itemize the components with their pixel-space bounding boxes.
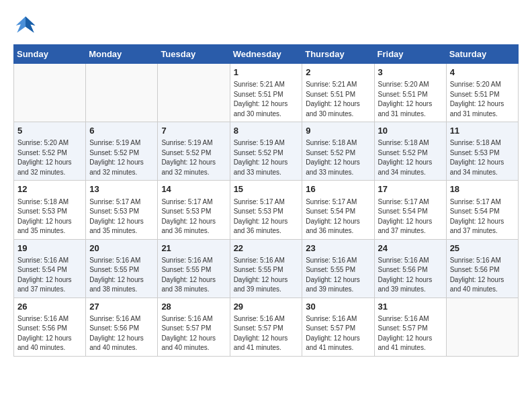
day-info: Sunrise: 5:16 AM Sunset: 5:54 PM Dayligh… (17, 256, 82, 295)
day-info: Sunrise: 5:19 AM Sunset: 5:52 PM Dayligh… (161, 138, 226, 177)
calendar-week-row: 1Sunrise: 5:21 AM Sunset: 5:51 PM Daylig… (14, 64, 519, 122)
calendar-cell: 5Sunrise: 5:20 AM Sunset: 5:52 PM Daylig… (14, 122, 86, 181)
svg-marker-1 (26, 17, 35, 33)
calendar-cell: 25Sunrise: 5:16 AM Sunset: 5:56 PM Dayli… (446, 239, 518, 298)
day-info: Sunrise: 5:16 AM Sunset: 5:56 PM Dayligh… (378, 256, 443, 295)
calendar-cell: 9Sunrise: 5:18 AM Sunset: 5:52 PM Daylig… (302, 122, 374, 181)
day-info: Sunrise: 5:17 AM Sunset: 5:54 PM Dayligh… (306, 197, 370, 236)
calendar-cell: 6Sunrise: 5:19 AM Sunset: 5:52 PM Daylig… (86, 122, 158, 181)
calendar-header-row: SundayMondayTuesdayWednesdayThursdayFrid… (14, 45, 519, 64)
page: SundayMondayTuesdayWednesdayThursdayFrid… (0, 0, 532, 363)
calendar-cell: 24Sunrise: 5:16 AM Sunset: 5:56 PM Dayli… (374, 239, 446, 298)
day-number: 1 (234, 66, 299, 79)
day-number: 28 (161, 301, 226, 313)
calendar-cell (14, 64, 86, 122)
day-info: Sunrise: 5:16 AM Sunset: 5:57 PM Dayligh… (378, 314, 443, 353)
day-number: 6 (89, 125, 154, 137)
calendar-table: SundayMondayTuesdayWednesdayThursdayFrid… (13, 44, 519, 357)
day-info: Sunrise: 5:17 AM Sunset: 5:53 PM Dayligh… (161, 197, 226, 236)
calendar-cell: 16Sunrise: 5:17 AM Sunset: 5:54 PM Dayli… (302, 181, 374, 239)
calendar-cell: 17Sunrise: 5:17 AM Sunset: 5:54 PM Dayli… (374, 181, 446, 239)
calendar-cell (86, 64, 158, 122)
day-info: Sunrise: 5:18 AM Sunset: 5:52 PM Dayligh… (306, 138, 370, 177)
day-info: Sunrise: 5:16 AM Sunset: 5:55 PM Dayligh… (234, 256, 299, 295)
day-info: Sunrise: 5:16 AM Sunset: 5:55 PM Dayligh… (89, 256, 154, 295)
calendar-week-row: 26Sunrise: 5:16 AM Sunset: 5:56 PM Dayli… (14, 298, 519, 356)
day-info: Sunrise: 5:19 AM Sunset: 5:52 PM Dayligh… (234, 138, 299, 177)
calendar-cell: 1Sunrise: 5:21 AM Sunset: 5:51 PM Daylig… (230, 64, 302, 122)
calendar-cell: 13Sunrise: 5:17 AM Sunset: 5:53 PM Dayli… (86, 181, 158, 239)
day-number: 10 (378, 125, 443, 137)
day-number: 20 (89, 242, 154, 255)
day-number: 21 (161, 242, 226, 255)
day-number: 24 (378, 242, 443, 255)
calendar-cell: 15Sunrise: 5:17 AM Sunset: 5:53 PM Dayli… (230, 181, 302, 239)
calendar-cell: 31Sunrise: 5:16 AM Sunset: 5:57 PM Dayli… (374, 298, 446, 356)
day-number: 17 (378, 183, 443, 195)
calendar-cell: 29Sunrise: 5:16 AM Sunset: 5:57 PM Dayli… (230, 298, 302, 356)
calendar-cell: 10Sunrise: 5:18 AM Sunset: 5:52 PM Dayli… (374, 122, 446, 181)
day-number: 15 (234, 183, 299, 195)
day-number: 19 (17, 242, 82, 255)
calendar-cell: 22Sunrise: 5:16 AM Sunset: 5:55 PM Dayli… (230, 239, 302, 298)
day-info: Sunrise: 5:16 AM Sunset: 5:55 PM Dayligh… (161, 256, 226, 295)
day-number: 22 (234, 242, 299, 255)
calendar-cell: 28Sunrise: 5:16 AM Sunset: 5:57 PM Dayli… (158, 298, 230, 356)
day-number: 30 (306, 301, 370, 313)
calendar-cell: 19Sunrise: 5:16 AM Sunset: 5:54 PM Dayli… (14, 239, 86, 298)
calendar-cell: 8Sunrise: 5:19 AM Sunset: 5:52 PM Daylig… (230, 122, 302, 181)
calendar-cell: 26Sunrise: 5:16 AM Sunset: 5:56 PM Dayli… (14, 298, 86, 356)
day-info: Sunrise: 5:21 AM Sunset: 5:51 PM Dayligh… (306, 80, 370, 119)
calendar-cell: 30Sunrise: 5:16 AM Sunset: 5:57 PM Dayli… (302, 298, 374, 356)
day-info: Sunrise: 5:17 AM Sunset: 5:54 PM Dayligh… (378, 197, 443, 236)
calendar-header-monday: Monday (86, 45, 158, 64)
calendar-week-row: 5Sunrise: 5:20 AM Sunset: 5:52 PM Daylig… (14, 122, 519, 181)
day-number: 26 (17, 301, 82, 313)
day-number: 31 (378, 301, 443, 313)
calendar-week-row: 12Sunrise: 5:18 AM Sunset: 5:53 PM Dayli… (14, 181, 519, 239)
day-number: 2 (306, 66, 370, 79)
calendar-cell: 14Sunrise: 5:17 AM Sunset: 5:53 PM Dayli… (158, 181, 230, 239)
calendar-cell: 4Sunrise: 5:20 AM Sunset: 5:51 PM Daylig… (446, 64, 518, 122)
calendar-cell: 11Sunrise: 5:18 AM Sunset: 5:53 PM Dayli… (446, 122, 518, 181)
calendar-header-thursday: Thursday (302, 45, 374, 64)
day-number: 25 (450, 242, 515, 255)
day-number: 27 (89, 301, 154, 313)
calendar-header-tuesday: Tuesday (158, 45, 230, 64)
day-number: 12 (17, 183, 82, 195)
day-info: Sunrise: 5:17 AM Sunset: 5:53 PM Dayligh… (234, 197, 299, 236)
day-info: Sunrise: 5:16 AM Sunset: 5:55 PM Dayligh… (306, 256, 370, 295)
calendar-cell: 3Sunrise: 5:20 AM Sunset: 5:51 PM Daylig… (374, 64, 446, 122)
calendar-cell: 12Sunrise: 5:18 AM Sunset: 5:53 PM Dayli… (14, 181, 86, 239)
day-number: 11 (450, 125, 515, 137)
calendar-header-saturday: Saturday (446, 45, 518, 64)
calendar-cell: 21Sunrise: 5:16 AM Sunset: 5:55 PM Dayli… (158, 239, 230, 298)
logo (13, 13, 42, 38)
calendar-cell: 23Sunrise: 5:16 AM Sunset: 5:55 PM Dayli… (302, 239, 374, 298)
calendar-header-wednesday: Wednesday (230, 45, 302, 64)
calendar-cell: 18Sunrise: 5:17 AM Sunset: 5:54 PM Dayli… (446, 181, 518, 239)
day-number: 29 (234, 301, 299, 313)
day-number: 18 (450, 183, 515, 195)
day-number: 7 (161, 125, 226, 137)
calendar-week-row: 19Sunrise: 5:16 AM Sunset: 5:54 PM Dayli… (14, 239, 519, 298)
day-info: Sunrise: 5:16 AM Sunset: 5:57 PM Dayligh… (234, 314, 299, 353)
calendar-header-friday: Friday (374, 45, 446, 64)
day-info: Sunrise: 5:20 AM Sunset: 5:52 PM Dayligh… (17, 138, 82, 177)
calendar-header-sunday: Sunday (14, 45, 86, 64)
day-number: 4 (450, 66, 515, 79)
day-number: 14 (161, 183, 226, 195)
calendar-cell: 20Sunrise: 5:16 AM Sunset: 5:55 PM Dayli… (86, 239, 158, 298)
calendar-cell: 27Sunrise: 5:16 AM Sunset: 5:56 PM Dayli… (86, 298, 158, 356)
day-info: Sunrise: 5:16 AM Sunset: 5:56 PM Dayligh… (450, 256, 515, 295)
day-info: Sunrise: 5:18 AM Sunset: 5:53 PM Dayligh… (17, 197, 82, 236)
day-info: Sunrise: 5:20 AM Sunset: 5:51 PM Dayligh… (378, 80, 443, 119)
day-info: Sunrise: 5:20 AM Sunset: 5:51 PM Dayligh… (450, 80, 515, 119)
logo-icon (13, 13, 38, 38)
day-number: 5 (17, 125, 82, 137)
day-number: 13 (89, 183, 154, 195)
day-number: 8 (234, 125, 299, 137)
day-info: Sunrise: 5:21 AM Sunset: 5:51 PM Dayligh… (234, 80, 299, 119)
day-info: Sunrise: 5:16 AM Sunset: 5:57 PM Dayligh… (161, 314, 226, 353)
calendar-cell (158, 64, 230, 122)
